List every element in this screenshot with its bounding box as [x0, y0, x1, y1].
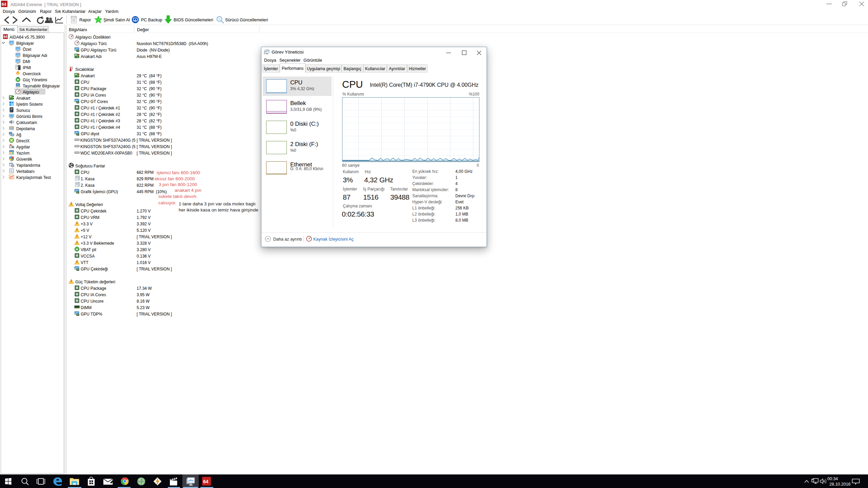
svg-text:64: 64	[3, 35, 7, 39]
